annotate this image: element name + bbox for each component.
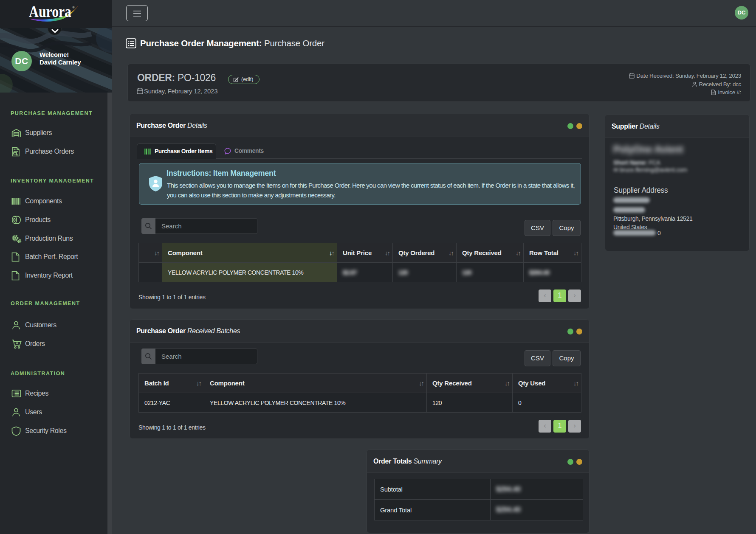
svg-text:®: ® [72, 6, 75, 9]
svg-text:Aurora: Aurora [29, 3, 71, 20]
